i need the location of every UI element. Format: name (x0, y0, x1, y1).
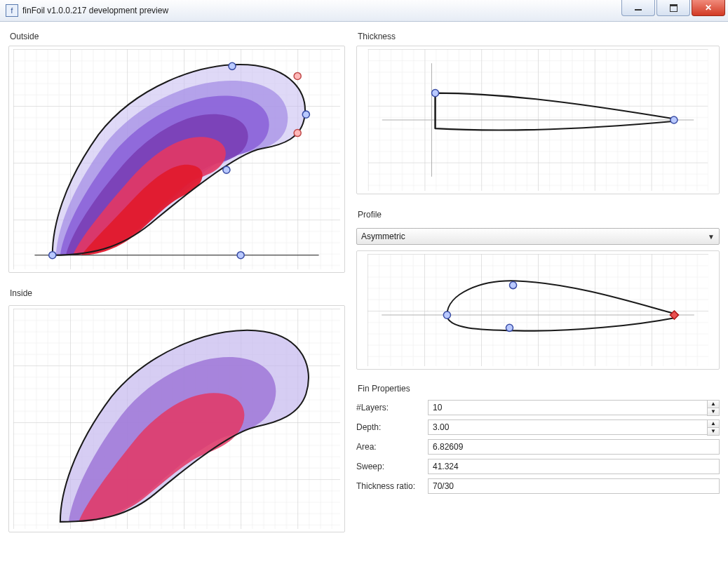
inside-canvas[interactable] (12, 309, 342, 529)
svg-rect-17 (368, 254, 708, 366)
layers-spinner: 10 ▲ ▼ (428, 400, 720, 416)
chevron-down-icon: ▼ (708, 233, 715, 241)
sweep-label: Sweep: (356, 462, 422, 471)
profile-canvas[interactable] (360, 254, 716, 366)
close-icon: ✕ (705, 3, 712, 13)
svg-point-8 (294, 72, 301, 79)
svg-point-20 (509, 281, 516, 288)
inside-label: Inside (10, 288, 345, 298)
sweep-value: 41.324 (428, 459, 720, 474)
thickness-ratio-label: Thickness ratio: (356, 481, 422, 491)
fin-properties-label: Fin Properties (358, 384, 720, 394)
svg-point-7 (302, 111, 309, 118)
fin-properties: Fin Properties #Layers: 10 ▲ ▼ Depth: 3. (356, 381, 720, 496)
maximize-icon (670, 4, 678, 12)
svg-point-3 (49, 252, 56, 259)
thickness-ratio-value: 70/30 (428, 478, 720, 494)
svg-point-16 (670, 116, 678, 123)
layers-down-button[interactable]: ▼ (708, 408, 719, 415)
depth-spin-buttons: ▲ ▼ (707, 419, 720, 436)
minimize-icon (635, 9, 642, 11)
area-value: 6.82609 (428, 439, 720, 455)
area-row: Area: 6.82609 (356, 437, 720, 457)
depth-down-button[interactable]: ▼ (708, 428, 719, 435)
depth-input[interactable]: 3.00 (428, 419, 707, 435)
svg-point-6 (223, 166, 230, 173)
profile-selected: Asymmetric (361, 231, 708, 241)
layers-up-button[interactable]: ▲ (708, 401, 719, 408)
thickness-ratio-row: Thickness ratio: 70/30 (356, 476, 720, 496)
thickness-label: Thickness (358, 32, 720, 41)
layers-spin-buttons: ▲ ▼ (707, 400, 720, 416)
right-column: Thickness Profile Asymme (356, 29, 720, 556)
window-title: finFoil v1.0.0.217 development preview (22, 6, 168, 15)
outside-panel[interactable] (8, 46, 345, 273)
svg-point-5 (229, 62, 236, 69)
outside-label: Outside (10, 32, 345, 41)
layers-row: #Layers: 10 ▲ ▼ (356, 398, 720, 417)
profile-dropdown[interactable]: Asymmetric ▼ (356, 228, 720, 245)
outside-canvas[interactable] (12, 49, 342, 269)
layers-label: #Layers: (356, 403, 422, 412)
thickness-canvas[interactable] (360, 49, 716, 191)
minimize-button[interactable] (621, 0, 655, 16)
profile-panel[interactable] (356, 250, 720, 370)
titlebar: f finFoil v1.0.0.217 development preview… (0, 0, 728, 22)
svg-point-19 (443, 311, 450, 318)
left-column: Outside (8, 29, 345, 556)
sweep-row: Sweep: 41.324 (356, 457, 720, 476)
svg-point-21 (506, 324, 513, 331)
layers-input[interactable]: 10 (428, 400, 707, 415)
app-window: f finFoil v1.0.0.217 development preview… (0, 0, 728, 564)
profile-label: Profile (358, 210, 720, 220)
client-area: Outside (0, 22, 728, 564)
area-label: Area: (356, 442, 422, 452)
depth-label: Depth: (356, 422, 422, 432)
depth-row: Depth: 3.00 ▲ ▼ (356, 417, 720, 437)
inside-panel[interactable] (8, 305, 345, 532)
app-icon: f (6, 4, 18, 17)
close-button[interactable]: ✕ (692, 0, 725, 16)
svg-point-15 (432, 90, 439, 97)
maximize-button[interactable] (656, 0, 690, 16)
window-buttons: ✕ (620, 0, 728, 21)
svg-point-9 (294, 129, 301, 136)
thickness-panel[interactable] (356, 46, 720, 194)
svg-point-4 (237, 252, 244, 259)
depth-up-button[interactable]: ▲ (708, 420, 719, 428)
depth-spinner: 3.00 ▲ ▼ (428, 419, 720, 436)
